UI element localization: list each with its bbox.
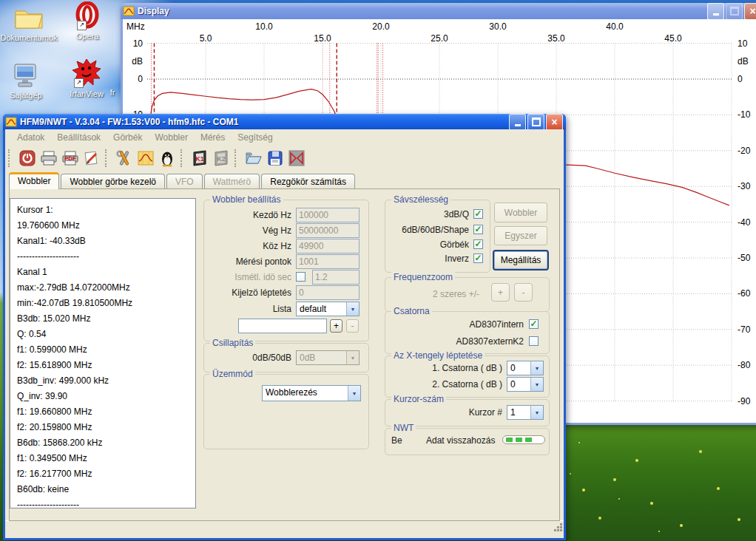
desktop-icon-dokumentumok[interactable]: Dokumentumok (0, 4, 58, 42)
megallitas-button[interactable]: Megállítás (493, 250, 549, 270)
field-label: 0dB/50dB (209, 353, 291, 363)
folder-icon (13, 4, 44, 31)
group-csatorna: Csatorna AD8307intern AD8307externK2 (385, 311, 550, 354)
desktop-icon-sajatgep[interactable]: Sajátgép (1, 62, 50, 100)
resize-grip[interactable] (560, 529, 562, 531)
checkbox-inverz[interactable] (473, 254, 483, 263)
zoom-minus-button: - (514, 283, 533, 302)
filter-button[interactable] (135, 147, 156, 169)
print-pdf-button[interactable]: PDF (59, 147, 81, 169)
chevron-down-icon[interactable] (348, 386, 360, 401)
field-label: Kurzor # (385, 407, 502, 418)
group-title: Az X-tengely léptetése (391, 350, 485, 361)
print-button[interactable] (38, 147, 59, 169)
svg-text:-60: -60 (738, 288, 751, 299)
app-icon (5, 116, 17, 128)
display-titlebar[interactable]: Display × (121, 3, 756, 19)
svg-text:35.0: 35.0 (547, 33, 565, 44)
group-title: Csillapítás (210, 338, 255, 348)
desktop-icon-label: Dokumentumok (0, 33, 58, 42)
tools-button[interactable] (113, 147, 135, 169)
group-uzemmod: Üzemmód Wobblerezés (203, 374, 369, 449)
close-button[interactable]: × (546, 114, 563, 131)
group-title: Csatorna (391, 306, 432, 316)
folder-open-icon (245, 149, 263, 167)
field-label: Kezdö Hz (209, 210, 291, 220)
kurzor-combo[interactable]: 1 (507, 405, 544, 420)
k2-button: K2 (210, 147, 232, 169)
checkbox-label: Görbék (440, 239, 469, 250)
chevron-down-icon[interactable] (530, 406, 543, 419)
svg-text:10: 10 (133, 38, 144, 49)
uzemmod-combo[interactable]: Wobblerezés (262, 385, 361, 401)
kijelzo-leptetes-input (296, 285, 360, 300)
disconnect-button (286, 147, 307, 169)
save-button[interactable] (264, 147, 286, 169)
minimize-button[interactable] (509, 114, 526, 131)
field-label: 1. Csatorna ( dB ) (385, 363, 502, 373)
tab-wobbler-gorbe-kezelo[interactable]: Wobbler görbe kezelö (61, 174, 165, 189)
power-button[interactable] (16, 147, 38, 169)
tab-rezgokor-szamitas[interactable]: Rezgökör számítás (261, 174, 355, 189)
ismetl-ido-checkbox[interactable] (296, 272, 306, 282)
disconnect-icon (288, 149, 306, 167)
toolbar-grip[interactable] (8, 149, 13, 167)
printer-icon (40, 149, 58, 167)
csatorna2-db-combo[interactable]: 0 (507, 377, 544, 392)
maximize-button[interactable] (527, 114, 544, 131)
toolbar-grip[interactable] (105, 149, 110, 167)
checkbox-label: Inverz (445, 254, 469, 264)
cursor-readout-panel: Kursor 1: 19.760600 MHz Kanal1: -40.33dB… (10, 198, 196, 508)
new-list-input[interactable] (238, 319, 327, 333)
checkbox-gorbek[interactable] (473, 239, 483, 249)
svg-text:-50: -50 (738, 253, 751, 263)
group-xtengely: Az X-tengely léptetése 1. Csatorna ( dB … (385, 355, 550, 398)
svg-text:dB: dB (132, 56, 143, 67)
group-nwt: NWT Be Adat visszahozás (385, 428, 550, 455)
close-button[interactable]: × (744, 3, 756, 20)
desktop-icon-partial[interactable]: fr (104, 86, 121, 97)
lista-combo[interactable]: default (296, 302, 360, 316)
data-recall-progressbar (502, 435, 545, 444)
combo-value: Wobblerezés (263, 386, 348, 401)
nwt-titlebar[interactable]: HFM9/NWT - V.3.04 - FW:1.53:V00 - hfm9.h… (3, 114, 566, 130)
toolbar-grip[interactable] (180, 149, 186, 167)
checkbox-6db60db-shape[interactable] (473, 225, 483, 234)
list-add-button[interactable]: + (330, 319, 342, 333)
csatorna1-db-combo[interactable]: 0 (507, 361, 544, 375)
group-title: Sávszélesség (391, 194, 450, 205)
svg-text:PDF: PDF (64, 155, 76, 162)
tab-wattmero: Wattmérö (204, 174, 260, 189)
chevron-down-icon[interactable] (530, 378, 543, 391)
tools-icon (115, 149, 133, 167)
window-title: HFM9/NWT - V.3.04 - FW:1.53:V00 - hfm9.h… (20, 117, 507, 127)
tab-bar: Wobbler Wobbler görbe kezelö VFO Wattmér… (9, 173, 560, 188)
penguin-icon (158, 149, 176, 167)
checkbox-ad8307intern[interactable] (529, 319, 539, 329)
maximize-button (726, 3, 743, 20)
checkbox-label: 6dB/60dB/Shape (402, 225, 469, 235)
k1-button[interactable]: K1 (189, 147, 210, 169)
penguin-button[interactable] (156, 147, 178, 169)
koz-hz-input (296, 239, 360, 254)
minimize-button[interactable] (707, 3, 724, 20)
desktop-icon-opera[interactable]: ↗ Opera (65, 3, 109, 41)
checkbox-ad8307externk2[interactable] (529, 336, 539, 346)
desktop-icon-label: Opera (65, 32, 109, 41)
kezdo-hz-input (296, 208, 360, 222)
svg-text:0: 0 (738, 74, 743, 84)
be-label: Be (391, 435, 402, 446)
tab-wobbler[interactable]: Wobbler (9, 172, 59, 189)
combo-value: default (297, 302, 346, 316)
chevron-down-icon[interactable] (346, 302, 359, 316)
save-floppy-icon (266, 149, 284, 167)
open-button[interactable] (243, 147, 264, 169)
edit-button[interactable] (81, 147, 102, 169)
group-title: Frequenzzoom (391, 272, 455, 282)
checkbox-3dbq[interactable] (473, 209, 483, 219)
wobbler-button: Wobbler (494, 203, 547, 222)
meresi-pontok-input (296, 254, 360, 269)
svg-text:K2: K2 (217, 155, 226, 163)
chevron-down-icon[interactable] (530, 361, 543, 375)
toolbar-grip[interactable] (234, 149, 240, 167)
